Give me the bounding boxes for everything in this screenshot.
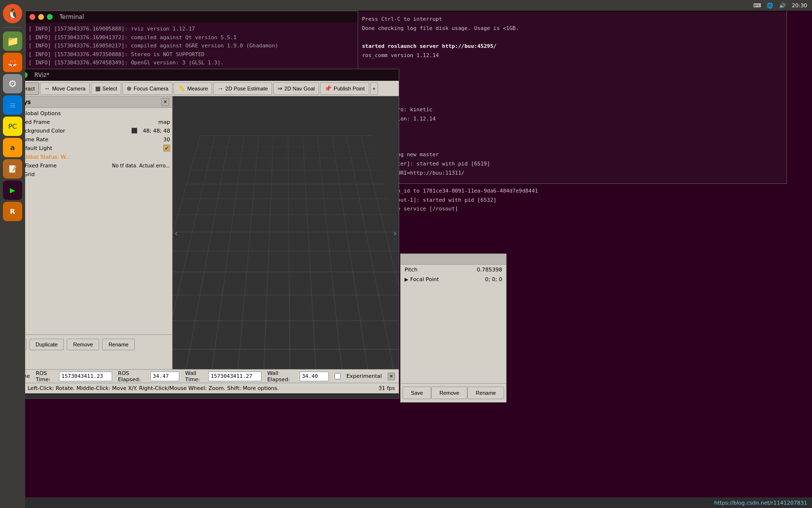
- global-options-row[interactable]: ▼ Global Options: [0, 109, 172, 118]
- bg-color-swatch: [131, 128, 137, 134]
- displays-tree: ▼ Global Options Fixed Frame map Backgro…: [0, 108, 172, 334]
- wall-elapsed-input[interactable]: [300, 372, 329, 381]
- displays-close-btn[interactable]: ✕: [161, 98, 169, 106]
- default-light-label: Default Light: [18, 145, 163, 151]
- move-camera-btn[interactable]: ↔ Move Camera: [40, 82, 90, 95]
- terminal-line-1: [ INFO] [1573043376.169005888]: rviz ver…: [29, 25, 375, 33]
- rc-nodes: NODES: [362, 133, 783, 142]
- ubuntu-icon[interactable]: 🐧: [3, 4, 22, 23]
- displays-panel: Displays ✕ ▼ Global Options Fixed Frame …: [0, 96, 173, 369]
- terminal-min-btn[interactable]: [38, 14, 44, 20]
- rviz-icon[interactable]: R: [3, 202, 22, 221]
- global-options-label: Global Options: [22, 110, 170, 117]
- wall-elapsed-label: Wall Elapsed:: [267, 370, 298, 383]
- rc-summary: SUMMARY: [362, 69, 783, 78]
- measure-btn[interactable]: 📏 Measure: [174, 82, 212, 95]
- fixed-frame-value: map: [155, 119, 170, 125]
- ros-time-field: ROS Time:: [36, 370, 112, 383]
- focus-camera-btn[interactable]: ⊕ Focus Camera: [122, 82, 173, 95]
- duplicate-btn[interactable]: Duplicate: [29, 339, 64, 350]
- rviz-title: RViz*: [34, 72, 49, 78]
- vscode-icon[interactable]: ≡: [3, 95, 22, 115]
- pitch-label: Pitch: [405, 267, 477, 273]
- url-text: https://blog.csdn.net/r1141207831: [714, 500, 807, 506]
- default-light-row[interactable]: Default Light ✓: [0, 144, 172, 152]
- camera-panel: Pitch 0.785398 ▶ Focal Point 0; 0; 0: [400, 254, 507, 394]
- rc-runid: setting /run_id to 1781ce34-0091-11ea-9d…: [362, 187, 783, 196]
- publish-point-btn[interactable]: 📌 Publish Point: [320, 82, 369, 95]
- pose-estimate-btn[interactable]: → 2D Pose Estimate: [213, 82, 272, 95]
- taskbar-divider-1: [4, 27, 21, 28]
- viewport-arrow-right[interactable]: ›: [393, 228, 397, 238]
- fixed-frame-error-row[interactable]: Fixed Frame No tf data. Actual erro...: [0, 161, 172, 170]
- rc-parameters: PARAMETERS: [362, 96, 783, 105]
- pitch-row[interactable]: Pitch 0.785398: [401, 265, 506, 274]
- firefox-icon[interactable]: 🦊: [3, 53, 22, 72]
- frame-rate-label: Frame Rate: [18, 136, 160, 143]
- gedit-icon[interactable]: 📝: [3, 159, 22, 179]
- rc-rosout: process[rosout-1]: started with pid [653…: [362, 196, 783, 205]
- remove-panel-btn[interactable]: Remove: [431, 387, 467, 399]
- pycharm-icon[interactable]: PC: [3, 117, 22, 136]
- ros-elapsed-field: ROS Elapsed:: [118, 370, 179, 383]
- experimental-checkbox[interactable]: [334, 373, 341, 379]
- measure-label: Measure: [187, 86, 208, 91]
- viewport-arrow-left[interactable]: ‹: [174, 228, 178, 238]
- time-bar: ⏱ Time ROS Time: ROS Elapsed: Wall Time:…: [0, 369, 399, 383]
- fixed-frame-label: Fixed Frame: [18, 119, 155, 125]
- terminal-content[interactable]: [ INFO] [1573043376.169005888]: rviz ver…: [26, 23, 377, 69]
- focal-point-row[interactable]: ▶ Focal Point 0; 0; 0: [401, 274, 506, 284]
- background-color-row[interactable]: Background Color 48; 48; 48: [0, 126, 172, 135]
- save-panel: Save Remove Rename: [400, 383, 507, 403]
- grid-row[interactable]: ▶ ✓ Grid: [0, 170, 172, 179]
- fps-badge: 31 fps: [378, 385, 395, 391]
- system-settings-icon[interactable]: ⚙: [3, 74, 22, 93]
- files-icon[interactable]: 📁: [3, 31, 22, 51]
- nav-goal-btn[interactable]: ⇒ 2D Nav Goal: [273, 82, 319, 95]
- hint-text: Left-Click: Rotate. Middle-Click: Move X…: [28, 385, 279, 391]
- terminal-icon[interactable]: ▶: [3, 180, 22, 200]
- save-btn[interactable]: Save: [403, 387, 431, 399]
- publish-point-icon: 📌: [324, 85, 332, 92]
- rc-masteruri: ROS_MASTER_URI=http://buu:11311/: [362, 169, 783, 178]
- ros-time-input[interactable]: [59, 372, 112, 381]
- bottom-bar: Reset Left-Click: Rotate. Middle-Click: …: [0, 383, 399, 393]
- pose-estimate-icon: →: [218, 85, 223, 92]
- nav-goal-label: 2D Nav Goal: [284, 86, 315, 91]
- remove-btn[interactable]: Remove: [67, 339, 99, 350]
- frame-rate-row[interactable]: Frame Rate 30: [0, 135, 172, 144]
- terminal-max-btn[interactable]: [47, 14, 53, 20]
- terminal-title: Terminal: [59, 14, 84, 20]
- camera-panel-header: [401, 254, 506, 265]
- bg-color-label: Background Color: [18, 128, 131, 134]
- rename-btn[interactable]: Rename: [102, 339, 135, 350]
- rc-blank-1: [362, 33, 783, 42]
- default-light-checkbox[interactable]: ✓: [163, 145, 170, 151]
- rc-line-2: Done checking log file disk usage. Usage…: [362, 24, 783, 33]
- terminal-line-2: [ INFO] [1573043376.169041372]: compiled…: [29, 33, 375, 42]
- global-status-label: Global Status: W...: [22, 154, 170, 160]
- grid-label: Grid: [24, 171, 170, 178]
- time-close-btn[interactable]: ✕: [388, 373, 395, 380]
- roscore-content[interactable]: Press Ctrl-C to interrupt Done checking …: [358, 12, 786, 226]
- add-tool-btn[interactable]: +: [370, 82, 378, 95]
- keyboard-icon: ⌨: [753, 2, 761, 9]
- viewport[interactable]: ‹ ›: [173, 96, 399, 369]
- rc-blank-6: [362, 178, 783, 187]
- amazon-icon[interactable]: a: [3, 138, 22, 157]
- ros-elapsed-input[interactable]: [150, 372, 179, 381]
- nav-goal-icon: ⇒: [277, 85, 282, 92]
- fixed-frame-row[interactable]: Fixed Frame map: [0, 118, 172, 126]
- select-btn[interactable]: ▦ Select: [91, 82, 122, 95]
- terminal-line-5: [ INFO] [1573043376.497458349]: OpenGl v…: [29, 59, 375, 67]
- global-status-row[interactable]: ▼ Global Status: W...: [0, 152, 172, 161]
- rc-master: process[master]: started with pid [6519]: [362, 160, 783, 169]
- focus-camera-icon: ⊕: [127, 85, 131, 92]
- terminal-close-btn[interactable]: [29, 14, 35, 20]
- wall-time-input[interactable]: [208, 372, 261, 381]
- rename-panel-btn[interactable]: Rename: [467, 387, 504, 399]
- rviz-titlebar: RViz*: [0, 69, 399, 81]
- displays-bottom: Add Duplicate Remove Rename: [0, 334, 172, 369]
- move-camera-label: Move Camera: [52, 86, 86, 91]
- roscore-window: roscore http://buu:11311/ Press Ctrl-C t…: [358, 0, 787, 184]
